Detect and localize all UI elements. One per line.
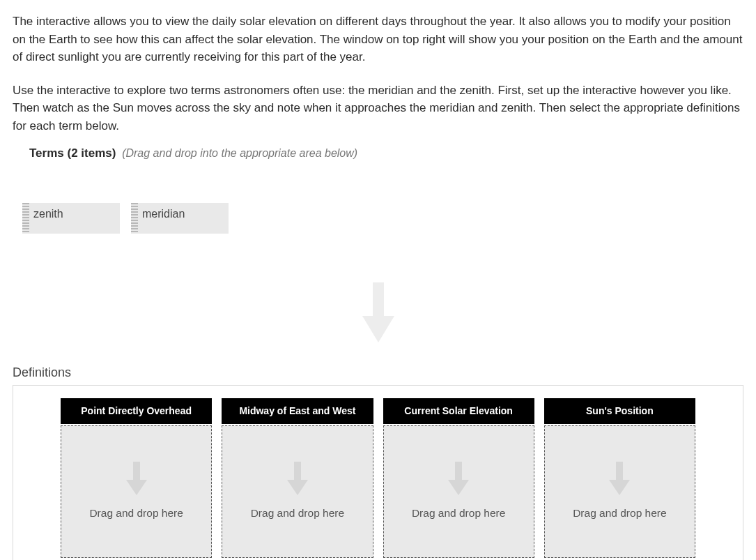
drop-column-header: Midway of East and West — [222, 398, 373, 424]
drop-column-point-directly-overhead: Point Directly Overhead Drag and drop he… — [61, 398, 212, 558]
arrow-down-icon — [448, 462, 469, 495]
drop-zone[interactable]: Drag and drop here — [222, 425, 373, 558]
instructions-block: The interactive allows you to view the d… — [13, 13, 743, 135]
arrow-down-icon — [13, 282, 743, 342]
term-chip-meridian[interactable]: meridian — [131, 203, 229, 234]
drop-column-header: Point Directly Overhead — [61, 398, 212, 424]
drop-column-midway-east-west: Midway of East and West Drag and drop he… — [222, 398, 373, 558]
drop-column-header: Current Solar Elevation — [383, 398, 534, 424]
term-chip-label: zenith — [29, 203, 120, 234]
terms-source-area: zenith meridian — [22, 203, 743, 234]
drop-column-current-solar-elevation: Current Solar Elevation Drag and drop he… — [383, 398, 534, 558]
drop-zone-placeholder: Drag and drop here — [251, 505, 344, 521]
terms-header-hint: (Drag and drop into the appropriate area… — [122, 147, 357, 159]
terms-header-title: Terms (2 items) — [29, 146, 116, 160]
drop-zone[interactable]: Drag and drop here — [544, 425, 695, 558]
term-chip-zenith[interactable]: zenith — [22, 203, 120, 234]
drop-zone[interactable]: Drag and drop here — [61, 425, 212, 558]
instructions-paragraph-2: Use the interactive to explore two terms… — [13, 82, 743, 135]
terms-header: Terms (2 items) (Drag and drop into the … — [29, 144, 743, 162]
instructions-paragraph-1: The interactive allows you to view the d… — [13, 13, 743, 66]
arrow-down-icon — [609, 462, 630, 495]
drop-zone-placeholder: Drag and drop here — [412, 505, 505, 521]
drop-zone[interactable]: Drag and drop here — [383, 425, 534, 558]
drag-handle-icon — [131, 203, 138, 234]
drop-column-suns-position: Sun's Position Drag and drop here — [544, 398, 695, 558]
arrow-down-icon — [126, 462, 147, 495]
arrow-down-icon — [287, 462, 308, 495]
drop-zone-placeholder: Drag and drop here — [573, 505, 666, 521]
definitions-panel: Point Directly Overhead Drag and drop he… — [13, 385, 743, 561]
term-chip-label: meridian — [138, 203, 229, 234]
drop-zone-placeholder: Drag and drop here — [89, 505, 183, 521]
drop-column-header: Sun's Position — [544, 398, 695, 424]
drop-targets-row: Point Directly Overhead Drag and drop he… — [61, 398, 695, 558]
drag-handle-icon — [22, 203, 29, 234]
definitions-title: Definitions — [13, 363, 743, 382]
